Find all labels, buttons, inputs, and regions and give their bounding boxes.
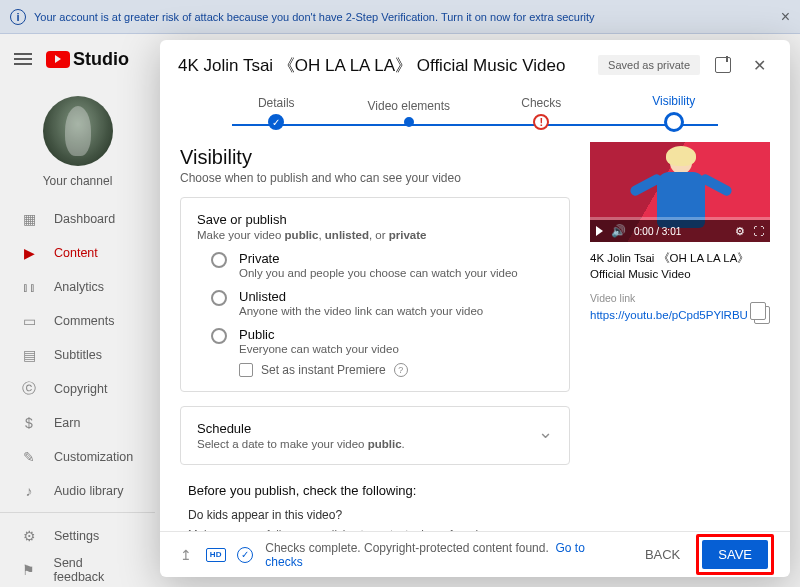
- radio-unlisted[interactable]: UnlistedAnyone with the video link can w…: [211, 289, 553, 317]
- preview-title: 4K Jolin Tsai 《OH LA LA LA》 Official Mus…: [590, 250, 770, 282]
- channel-block[interactable]: Your channel: [0, 90, 155, 202]
- play-icon[interactable]: [596, 226, 603, 236]
- youtube-icon: [46, 51, 70, 68]
- step-details[interactable]: Details✓: [210, 96, 343, 130]
- copy-icon[interactable]: [754, 306, 770, 324]
- subtitles-icon: ▤: [20, 347, 38, 363]
- customization-icon: ✎: [20, 449, 38, 465]
- step-checks[interactable]: Checks: [475, 96, 608, 130]
- pre-publish-block: Before you publish, check the following:…: [180, 479, 570, 531]
- copyright-icon: ⓒ: [20, 381, 38, 397]
- step-visibility[interactable]: Visibility: [608, 94, 741, 132]
- checkbox-icon: [239, 363, 253, 377]
- step-dot-complete-icon: ✓: [268, 114, 284, 130]
- sidebar-item-audio-library[interactable]: ♪Audio library: [0, 474, 155, 508]
- step-dot-icon: [404, 117, 414, 127]
- dashboard-icon: ▦: [20, 211, 38, 227]
- radio-public[interactable]: PublicEveryone can watch your video: [211, 327, 553, 355]
- sidebar-item-comments[interactable]: ▭Comments: [0, 304, 155, 338]
- radio-icon: [211, 290, 227, 306]
- modal-footer: ↥ HD ✓ Checks complete. Copyright-protec…: [160, 531, 790, 577]
- radio-icon: [211, 252, 227, 268]
- footer-status-text: Checks complete. Copyright-protected con…: [265, 541, 619, 569]
- upload-status-icon: ↥: [176, 547, 196, 563]
- step-video-elements[interactable]: Video elements: [343, 99, 476, 127]
- save-button[interactable]: SAVE: [702, 540, 768, 569]
- banner-text: Your account is at greater risk of attac…: [34, 11, 595, 23]
- premiere-checkbox[interactable]: Set as instant Premiere ?: [239, 363, 553, 377]
- sidebar-item-content[interactable]: ▶Content: [0, 236, 155, 270]
- saved-status-badge: Saved as private: [598, 55, 700, 75]
- settings-icon[interactable]: ⚙: [735, 225, 745, 238]
- sidebar: Your channel ▦Dashboard ▶Content ⫾⫾Analy…: [0, 84, 155, 587]
- chevron-down-icon: ⌄: [538, 421, 553, 443]
- stepper: Details✓ Video elements Checks Visibilit…: [160, 90, 790, 142]
- earn-icon: $: [20, 415, 38, 431]
- video-link[interactable]: https://youtu.be/pCpd5PYlRBU: [590, 309, 748, 321]
- preview-panel: 🔊 0:00 / 3:01 ⚙ ⛶ 4K Jolin Tsai 《OH LA L…: [590, 142, 770, 531]
- sidebar-item-settings[interactable]: ⚙Settings: [0, 519, 155, 553]
- radio-icon: [211, 328, 227, 344]
- comments-icon: ▭: [20, 313, 38, 329]
- modal-header: 4K Jolin Tsai 《OH LA LA LA》 Official Mus…: [160, 40, 790, 90]
- modal-title: 4K Jolin Tsai 《OH LA LA LA》 Official Mus…: [178, 54, 588, 77]
- audio-library-icon: ♪: [20, 483, 38, 499]
- sidebar-item-customization[interactable]: ✎Customization: [0, 440, 155, 474]
- help-icon[interactable]: ?: [394, 363, 408, 377]
- close-icon[interactable]: ✕: [746, 52, 772, 78]
- menu-icon[interactable]: [14, 53, 32, 65]
- hd-status-icon: HD: [206, 547, 226, 563]
- sidebar-item-feedback[interactable]: ⚑Send feedback: [0, 553, 155, 587]
- banner-close-icon[interactable]: ×: [781, 8, 790, 26]
- sidebar-item-earn[interactable]: $Earn: [0, 406, 155, 440]
- step-dot-warning-icon: [533, 114, 549, 130]
- video-thumbnail[interactable]: 🔊 0:00 / 3:01 ⚙ ⛶: [590, 142, 770, 242]
- checks-status-icon: ✓: [236, 547, 256, 563]
- modal-body[interactable]: Visibility Choose when to publish and wh…: [160, 142, 790, 531]
- channel-avatar: [43, 96, 113, 166]
- card-subtitle: Make your video public, unlisted, or pri…: [197, 229, 553, 241]
- sidebar-item-copyright[interactable]: ⓒCopyright: [0, 372, 155, 406]
- send-feedback-icon[interactable]: [710, 52, 736, 78]
- schedule-card[interactable]: Schedule Select a date to make your vide…: [180, 406, 570, 465]
- info-icon: i: [10, 9, 26, 25]
- save-button-highlight: SAVE: [696, 534, 774, 575]
- card-title: Save or publish: [197, 212, 553, 227]
- sidebar-item-dashboard[interactable]: ▦Dashboard: [0, 202, 155, 236]
- analytics-icon: ⫾⫾: [20, 279, 38, 295]
- section-subtitle: Choose when to publish and who can see y…: [180, 171, 570, 185]
- back-button[interactable]: BACK: [639, 541, 686, 568]
- fullscreen-icon[interactable]: ⛶: [753, 225, 764, 237]
- feedback-icon: ⚑: [20, 562, 38, 578]
- step-dot-current-icon: [664, 112, 684, 132]
- volume-icon[interactable]: 🔊: [611, 224, 626, 238]
- section-title: Visibility: [180, 146, 570, 169]
- studio-logo[interactable]: Studio: [46, 49, 129, 70]
- sidebar-item-analytics[interactable]: ⫾⫾Analytics: [0, 270, 155, 304]
- gear-icon: ⚙: [20, 528, 38, 544]
- radio-private[interactable]: PrivateOnly you and people you choose ca…: [211, 251, 553, 279]
- channel-name: Your channel: [0, 174, 155, 188]
- video-edit-modal: 4K Jolin Tsai 《OH LA LA LA》 Official Mus…: [160, 40, 790, 577]
- playback-time: 0:00 / 3:01: [634, 226, 681, 237]
- security-banner[interactable]: i Your account is at greater risk of att…: [0, 0, 800, 34]
- content-icon: ▶: [20, 245, 38, 261]
- video-link-label: Video link: [590, 292, 770, 304]
- save-publish-card: Save or publish Make your video public, …: [180, 197, 570, 392]
- sidebar-item-subtitles[interactable]: ▤Subtitles: [0, 338, 155, 372]
